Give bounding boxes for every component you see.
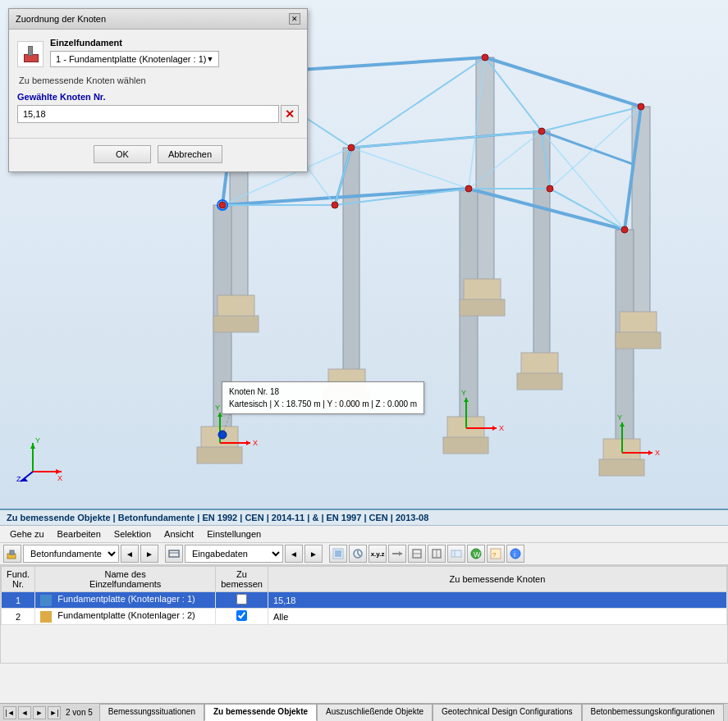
tooltip-line1: Knoten Nr. 18 <box>229 386 417 398</box>
cell-check-2[interactable] <box>216 609 268 625</box>
dialog-close-button[interactable]: ✕ <box>289 13 300 25</box>
svg-text:X: X <box>57 474 62 482</box>
svg-text:Y: Y <box>35 436 40 445</box>
svg-line-10 <box>485 57 641 107</box>
foundation-icon <box>17 41 43 67</box>
svg-marker-74 <box>648 450 652 455</box>
col-knoten-header: Zu bemessende Knoten <box>268 567 726 592</box>
toolbar-separator <box>160 545 163 563</box>
menu-bearbeiten[interactable]: Bearbeiten <box>51 527 108 541</box>
clear-icon: ✕ <box>285 107 295 121</box>
tab-last-btn[interactable]: ►| <box>48 706 61 719</box>
foundation-dropdown[interactable]: 1 - Fundamentplatte (Knotenlager : 1) ▼ <box>50 51 219 67</box>
left-toolbar-select[interactable]: Betonfundamente <box>23 545 119 563</box>
section-label: Einzelfundament <box>50 38 219 48</box>
tooltip-line2: Kartesisch | X : 18.750 m | Y : 0.000 m … <box>229 398 417 410</box>
toolbar-icon-left[interactable] <box>3 545 21 563</box>
toolbar-action2[interactable] <box>349 545 367 563</box>
svg-text:i: i <box>514 550 515 559</box>
toolbar-icon2[interactable] <box>165 545 183 563</box>
svg-rect-93 <box>169 550 179 557</box>
svg-line-27 <box>550 189 625 230</box>
toolbar-action10[interactable]: i <box>506 545 524 563</box>
table-row[interactable]: 1 Fundamentplatte (Knotenlager : 1) 15,1… <box>2 592 727 609</box>
svg-line-21 <box>542 107 641 131</box>
tab-geotechnical[interactable]: Geotechnical Design Configurations <box>433 704 582 721</box>
toolbar-action1[interactable] <box>329 545 347 563</box>
foundation-visual <box>22 46 39 62</box>
toolbar-action5[interactable] <box>408 545 426 563</box>
svg-line-99 <box>358 554 360 556</box>
menu-einstellungen[interactable]: Einstellungen <box>200 527 268 541</box>
toolbar: Betonfundamente ◄ ► Eingabedaten ◄ ► <box>0 543 728 565</box>
svg-marker-101 <box>399 551 402 556</box>
knoten-input[interactable] <box>17 105 279 123</box>
cell-num-1: 1 <box>2 592 35 609</box>
help-text: Zu bemessende Knoten wählen <box>17 75 299 85</box>
toolbar-action9[interactable]: ? <box>487 545 505 563</box>
axes-indicator: Y X Z <box>16 435 66 484</box>
toolbar-action8[interactable]: W <box>467 545 485 563</box>
svg-text:W: W <box>474 550 481 559</box>
dialog-title: Zuordnung der Knoten ✕ <box>9 9 307 30</box>
cancel-button[interactable]: Abbrechen <box>158 145 222 163</box>
svg-rect-46 <box>599 459 644 476</box>
clear-button[interactable]: ✕ <box>281 105 299 123</box>
tab-betonbemessung[interactable]: Betonbemessungskonfigurationen <box>582 704 724 721</box>
menu-selektion[interactable]: Selektion <box>108 527 158 541</box>
tab-first-btn[interactable]: |◄ <box>3 706 16 719</box>
cell-check-1[interactable] <box>216 592 268 609</box>
dropdown-value: 1 - Fundamentplatte (Knotenlager : 1) <box>56 54 206 64</box>
nav-next-btn[interactable]: ► <box>140 545 158 563</box>
svg-rect-42 <box>443 437 488 454</box>
ok-button[interactable]: OK <box>94 145 151 163</box>
dialog-zuordnung: Zuordnung der Knoten ✕ Einzelfundament 1… <box>8 8 308 172</box>
tab-auszuschliessende[interactable]: Auszuschließende Objekte <box>317 704 433 721</box>
menu-ansicht[interactable]: Ansicht <box>158 527 200 541</box>
svg-rect-1 <box>476 57 494 287</box>
tab-bemessungssituationen[interactable]: Bemessungssituationen <box>99 704 204 721</box>
nav-prev-btn[interactable]: ◄ <box>121 545 139 563</box>
tab-nav: |◄ ◄ ► ►| 2 von 5 <box>0 704 99 721</box>
svg-point-112 <box>511 549 520 559</box>
svg-rect-38 <box>460 299 505 316</box>
dialog-footer: OK Abbrechen <box>9 138 307 171</box>
svg-point-59 <box>332 202 338 208</box>
svg-point-57 <box>348 144 355 151</box>
cell-knoten-1: 15,18 <box>268 592 726 609</box>
menu-bar: Gehe zu Bearbeiten Selektion Ansicht Ein… <box>0 526 728 543</box>
fund-table: Fund.Nr. Name desEinzelfundaments Zubeme… <box>1 566 727 625</box>
cell-name-2: Fundamentplatte (Knotenlager : 2) <box>35 609 216 625</box>
menu-gehe-zu[interactable]: Gehe zu <box>3 527 51 541</box>
svg-marker-68 <box>492 426 497 431</box>
input-label: Gewählte Knoten Nr. <box>17 92 299 102</box>
tab-prev-btn[interactable]: ◄ <box>18 706 31 719</box>
svg-rect-36 <box>213 316 259 332</box>
svg-text:X: X <box>499 424 504 432</box>
nav-next-btn2[interactable]: ► <box>304 545 323 563</box>
svg-marker-89 <box>21 477 28 481</box>
toolbar-action3[interactable]: x.y.z <box>369 545 387 563</box>
tab-zu-bemessende-objekte[interactable]: Zu bemessende Objekte <box>204 704 317 721</box>
tab-next-btn[interactable]: ► <box>33 706 46 719</box>
svg-text:Z: Z <box>16 475 21 483</box>
checkbox-2[interactable] <box>236 610 247 621</box>
svg-line-34 <box>550 107 641 189</box>
checkbox-1[interactable] <box>236 594 247 605</box>
right-toolbar-select[interactable]: Eingabedaten <box>185 545 283 563</box>
svg-rect-96 <box>335 550 341 557</box>
toolbar-sep2 <box>324 545 327 563</box>
nav-prev-btn2[interactable]: ◄ <box>285 545 303 563</box>
toolbar-action7[interactable] <box>447 545 465 563</box>
bottom-section: Zu bemessende Objekte | Betonfundamente … <box>0 509 728 721</box>
cell-name-1: Fundamentplatte (Knotenlager : 1) <box>35 592 216 609</box>
svg-rect-4 <box>632 107 650 320</box>
svg-rect-44 <box>616 332 661 349</box>
toolbar-action4[interactable] <box>388 545 406 563</box>
svg-point-55 <box>638 103 644 110</box>
toolbar-action6[interactable] <box>428 545 446 563</box>
table-row[interactable]: 2 Fundamentplatte (Knotenlager : 2) Alle <box>2 609 727 625</box>
svg-point-60 <box>547 185 553 192</box>
svg-text:Y: Y <box>617 413 622 422</box>
svg-text:X: X <box>253 439 258 447</box>
